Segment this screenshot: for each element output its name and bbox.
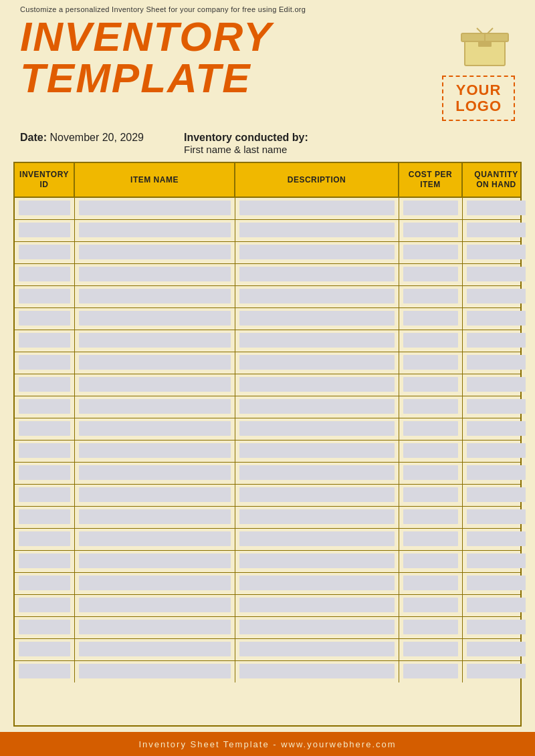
td-quantity <box>463 463 530 484</box>
header-right: YOUR LOGO <box>442 16 515 121</box>
logo-box: YOUR LOGO <box>442 76 515 121</box>
td-description <box>235 286 399 307</box>
td-inventory-id <box>15 507 75 528</box>
logo-line1: YOUR <box>455 82 502 98</box>
svg-line-4 <box>477 28 482 33</box>
td-description <box>235 418 399 440</box>
td-item-name <box>75 396 235 418</box>
td-quantity <box>463 198 530 219</box>
table-row <box>15 551 520 573</box>
table-row <box>15 639 520 661</box>
td-description <box>235 485 399 506</box>
td-item-name <box>75 418 235 440</box>
td-item-name <box>75 573 235 594</box>
header: INVENTORY TEMPLATE YOUR LOGO <box>0 16 535 128</box>
td-item-name <box>75 617 235 638</box>
td-item-name <box>75 529 235 550</box>
td-item-name <box>75 485 235 506</box>
td-inventory-id <box>15 396 75 418</box>
td-cost-per-item <box>399 440 463 462</box>
box-icon <box>455 20 515 70</box>
date-value: November 20, 2029 <box>49 132 144 143</box>
td-item-name <box>75 463 235 484</box>
td-inventory-id <box>15 551 75 572</box>
td-cost-per-item <box>399 507 463 528</box>
title-line2: TEMPLATE <box>20 57 272 99</box>
td-inventory-id <box>15 220 75 241</box>
td-item-name <box>75 330 235 352</box>
td-cost-per-item <box>399 220 463 241</box>
td-item-name <box>75 286 235 307</box>
td-item-name <box>75 308 235 330</box>
td-cost-per-item <box>399 396 463 418</box>
td-quantity <box>463 352 530 374</box>
footer-bar: Inventory Sheet Template - www.yourwebhe… <box>0 732 535 756</box>
table-row <box>15 308 520 330</box>
td-item-name <box>75 198 235 219</box>
page: Customize a personalized Inventory Sheet… <box>0 0 535 756</box>
table-wrapper: INVENTORYID ITEM NAME DESCRIPTION COST P… <box>13 162 522 727</box>
table-row <box>15 440 520 463</box>
table-row <box>15 220 520 242</box>
td-inventory-id <box>15 595 75 616</box>
td-quantity <box>463 220 530 241</box>
td-item-name <box>75 242 235 263</box>
table-row <box>15 198 520 220</box>
table-row <box>15 661 520 682</box>
td-quantity <box>463 396 530 418</box>
td-description <box>235 330 399 352</box>
td-quantity <box>463 573 530 594</box>
table-row <box>15 330 520 352</box>
td-cost-per-item <box>399 485 463 506</box>
table-row <box>15 396 520 418</box>
meta-section: Date: November 20, 2029 Inventory conduc… <box>0 128 535 162</box>
td-cost-per-item <box>399 198 463 219</box>
td-inventory-id <box>15 264 75 285</box>
th-item-name: ITEM NAME <box>75 163 235 197</box>
td-quantity <box>463 308 530 330</box>
td-cost-per-item <box>399 308 463 330</box>
td-cost-per-item <box>399 595 463 616</box>
td-inventory-id <box>15 308 75 330</box>
td-cost-per-item <box>399 352 463 374</box>
td-quantity <box>463 595 530 616</box>
svg-rect-3 <box>478 41 492 47</box>
td-item-name <box>75 507 235 528</box>
td-item-name <box>75 551 235 572</box>
td-cost-per-item <box>399 264 463 285</box>
td-quantity <box>463 551 530 572</box>
table-row <box>15 418 520 440</box>
td-description <box>235 352 399 374</box>
date-label: Date: <box>20 132 47 143</box>
td-quantity <box>463 264 530 285</box>
td-description <box>235 242 399 263</box>
td-item-name <box>75 352 235 374</box>
td-description <box>235 617 399 638</box>
td-quantity <box>463 330 530 352</box>
td-quantity <box>463 485 530 506</box>
td-inventory-id <box>15 529 75 550</box>
td-item-name <box>75 661 235 682</box>
td-description <box>235 396 399 418</box>
table-row <box>15 286 520 308</box>
table-body <box>15 198 520 682</box>
title-block: INVENTORY TEMPLATE <box>20 16 272 99</box>
td-cost-per-item <box>399 330 463 352</box>
td-inventory-id <box>15 352 75 374</box>
table-row <box>15 617 520 639</box>
td-inventory-id <box>15 573 75 594</box>
td-description <box>235 440 399 462</box>
svg-line-5 <box>488 28 493 33</box>
td-cost-per-item <box>399 529 463 550</box>
logo-line2: LOGO <box>455 98 502 114</box>
td-item-name <box>75 595 235 616</box>
td-cost-per-item <box>399 286 463 307</box>
td-item-name <box>75 639 235 660</box>
td-inventory-id <box>15 617 75 638</box>
footer-text: Inventory Sheet Template - www.yourwebhe… <box>138 739 396 749</box>
td-cost-per-item <box>399 573 463 594</box>
td-description <box>235 264 399 285</box>
table-header: INVENTORYID ITEM NAME DESCRIPTION COST P… <box>15 163 520 198</box>
conducted-block: Inventory conducted by: First name & las… <box>184 132 308 155</box>
td-inventory-id <box>15 374 75 396</box>
